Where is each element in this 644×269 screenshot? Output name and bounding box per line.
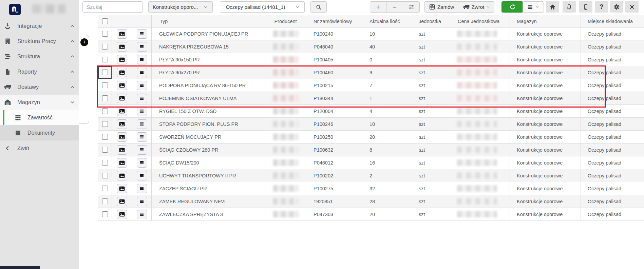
image-preview-button[interactable] — [117, 55, 127, 64]
location-combobox[interactable]: Oczepy palisad (14481_1) — [220, 1, 291, 13]
refresh-button[interactable] — [501, 1, 523, 13]
header-magazyn[interactable]: Magazyn — [510, 15, 581, 27]
sidebar-item-dokumenty[interactable]: Dokumenty — [0, 125, 79, 140]
settings-button[interactable] — [610, 1, 623, 13]
image-preview-button[interactable] — [117, 210, 127, 219]
row-checkbox[interactable] — [102, 173, 108, 178]
row-menu-button[interactable] — [137, 94, 147, 103]
table-row[interactable]: PODPORA PIONUJĄCA RV 86-150 PR P100215 7… — [98, 79, 644, 92]
sidebar-item-integracje[interactable]: Integracje — [0, 18, 79, 34]
mobile-button[interactable] — [579, 1, 592, 13]
image-preview-button[interactable] — [117, 68, 127, 77]
image-preview-button[interactable] — [117, 81, 127, 90]
header-cena-jednostkowa[interactable]: Cena Jednostkowa — [450, 15, 510, 27]
sidebar-item-dostawy[interactable]: Dostawy — [0, 79, 79, 95]
filter-panel-tab[interactable] — [79, 35, 89, 124]
row-checkbox[interactable] — [102, 108, 108, 114]
menu-dropdown-button[interactable] — [523, 1, 544, 13]
order-button[interactable]: Zamów — [424, 1, 459, 13]
cell-cena-jednostkowa — [450, 195, 510, 208]
table-row[interactable]: SWORZEŃ MOCUJĄCY PR P100250 20 szt Konst… — [98, 131, 644, 143]
row-menu-button[interactable] — [137, 184, 147, 193]
row-menu-button[interactable] — [137, 132, 147, 142]
home-button[interactable] — [546, 1, 559, 13]
header-producent[interactable]: Producent — [265, 15, 306, 27]
image-preview-button[interactable] — [117, 132, 127, 142]
table-row[interactable]: GŁOWICA PODPORY PIONUJĄCEJ PR P100240 10… — [98, 27, 644, 40]
image-preview-button[interactable] — [117, 42, 127, 52]
notifications-button[interactable] — [563, 1, 576, 13]
row-menu-button[interactable] — [137, 81, 147, 90]
table-row[interactable]: NAKRĘTKA PRZEGUBOWA 15 P046040 40 szt Ko… — [98, 40, 644, 53]
image-preview-button[interactable] — [117, 197, 127, 206]
sidebar-item-struktura[interactable]: Struktura — [0, 49, 79, 64]
table-row[interactable]: PŁYTA 90x270 PR P100460 9 szt Konstrukcj… — [98, 66, 644, 79]
row-menu-button[interactable] — [137, 171, 147, 180]
row-checkbox[interactable] — [102, 147, 108, 153]
row-checkbox[interactable] — [102, 44, 108, 50]
row-menu-button[interactable] — [137, 107, 147, 116]
category-dropdown[interactable]: Konstrukcje oporo... — [148, 1, 213, 13]
row-menu-button[interactable] — [137, 145, 147, 155]
search-button[interactable] — [310, 1, 327, 13]
row-menu-button[interactable] — [137, 210, 147, 219]
row-checkbox[interactable] — [102, 186, 108, 191]
row-checkbox[interactable] — [102, 160, 108, 166]
image-preview-button[interactable] — [117, 119, 127, 129]
select-all-checkbox[interactable] — [102, 18, 108, 24]
image-preview-button[interactable] — [117, 107, 127, 116]
sidebar-item-raporty[interactable]: Raporty — [0, 64, 79, 79]
row-menu-button[interactable] — [137, 55, 147, 64]
table-row[interactable]: RYGIEL 150 Z OTW. DSD P120004 4 szt Kons… — [98, 105, 644, 118]
decrease-quantity-button[interactable]: − — [386, 1, 403, 13]
row-checkbox[interactable] — [102, 198, 108, 204]
image-preview-button[interactable] — [117, 184, 127, 193]
image-preview-button[interactable] — [117, 158, 127, 168]
return-button[interactable]: Zwrot — [459, 1, 494, 13]
row-menu-button[interactable] — [137, 29, 147, 39]
image-preview-button[interactable] — [117, 94, 127, 103]
header-jednostka[interactable]: Jednostka — [411, 15, 450, 27]
header-aktualna-ilosc[interactable]: Aktualna ilość — [362, 15, 411, 27]
close-button[interactable] — [625, 1, 639, 13]
image-preview-button[interactable] — [117, 145, 127, 155]
header-miejsce-skladowania[interactable]: Miejsce składowania — [581, 15, 644, 27]
sidebar-item-zawartosc[interactable]: Zawartość — [0, 110, 79, 125]
table-row[interactable]: UCHWYT TRANSPORTOWY II PR P100202 2 szt … — [98, 169, 644, 182]
table-row[interactable]: ZACZEP ŚCIĄGU PR P100275 32 szt Konstruk… — [98, 182, 644, 195]
row-menu-button[interactable] — [137, 197, 147, 206]
row-checkbox[interactable] — [102, 95, 108, 101]
row-checkbox[interactable] — [102, 121, 108, 127]
sidebar-collapse-button[interactable]: Zwiń — [0, 140, 79, 156]
row-checkbox[interactable] — [102, 31, 108, 37]
row-checkbox[interactable] — [102, 211, 108, 217]
help-button[interactable]: ? — [595, 1, 608, 13]
header-typ[interactable]: Typ — [152, 15, 265, 27]
row-checkbox[interactable] — [102, 82, 108, 88]
table-row[interactable]: ŚCIĄG CZOŁOWY 280 PR P100632 8 szt Konst… — [98, 143, 644, 156]
transfer-button[interactable] — [403, 1, 420, 13]
row-checkbox[interactable] — [102, 70, 108, 75]
row-checkbox[interactable] — [102, 57, 108, 62]
row-menu-button[interactable] — [137, 42, 147, 52]
table-row[interactable]: ZAMEK REGULOWANY NEVI 1920851 28 szt Kon… — [98, 195, 644, 208]
app-logo[interactable] — [9, 4, 21, 15]
increase-quantity-button[interactable]: + — [370, 1, 386, 13]
add-filter-button[interactable]: + — [80, 38, 88, 46]
search-input[interactable] — [82, 1, 143, 13]
header-nr-zamowieniowy[interactable]: Nr zamówieniowy — [306, 15, 362, 27]
row-menu-button[interactable] — [137, 68, 147, 77]
table-row[interactable]: POJEMNIK OSIATKOWANY ULMA P180344 1 szt … — [98, 92, 644, 105]
sidebar-item-struktura-pracy[interactable]: Struktura Pracy — [0, 34, 79, 49]
row-menu-button[interactable] — [137, 119, 147, 129]
table-row[interactable]: PŁYTA 90x150 PR P100405 0 szt Konstrukcj… — [98, 53, 644, 66]
image-preview-button[interactable] — [117, 29, 127, 39]
sidebar-item-magazyn[interactable]: Magazyn — [0, 95, 79, 110]
row-checkbox[interactable] — [102, 134, 108, 140]
table-row[interactable]: STOPA PODPORY PION. PLUS PR P100246 10 s… — [98, 118, 644, 131]
table-row[interactable]: ZAWLECZKA SPRĘŻYSTA 3 P047303 20 szt Kon… — [98, 208, 644, 221]
location-dropdown-toggle[interactable] — [291, 1, 305, 13]
row-menu-button[interactable] — [137, 158, 147, 168]
image-preview-button[interactable] — [117, 171, 127, 180]
table-row[interactable]: ŚCIĄG DW15/200 P046012 16 szt Konstrukcj… — [98, 156, 644, 169]
